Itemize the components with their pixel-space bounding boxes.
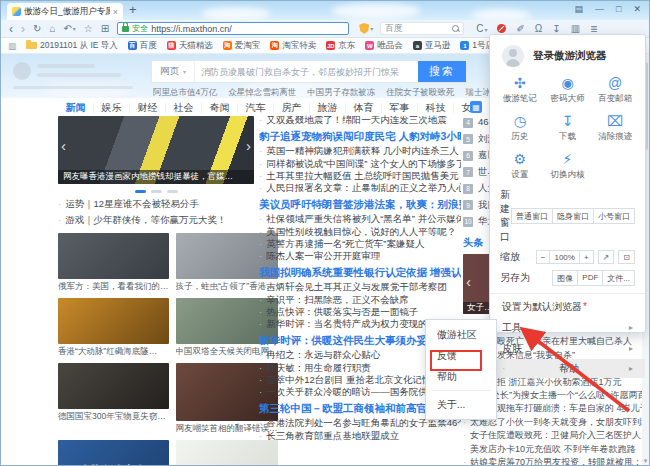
headline-link[interactable]: 社保领域严重失信将被列入“黑名单” 并公示媒体 xyxy=(259,213,461,225)
menu-feature-item[interactable]: ◉ 密码大师 xyxy=(544,75,592,105)
hot-search-word[interactable]: 众星悼念雪莉离世 xyxy=(228,87,296,99)
new-window-option-button[interactable]: 小号窗口 xyxy=(593,208,635,224)
news-thumbnail[interactable]: 俄军方：美国，看看我们的… xyxy=(58,233,169,298)
thumbnail-image[interactable] xyxy=(58,233,169,279)
category-tab[interactable]: 房产 xyxy=(274,103,310,113)
menu-feature-item[interactable]: ⌧ 清除痕迹 xyxy=(591,113,639,143)
carousel-dot[interactable] xyxy=(135,190,146,193)
quick-search-engine[interactable]: 百度 xyxy=(385,23,402,35)
set-default-browser-item[interactable]: 设置为默认浏览器* xyxy=(490,296,645,317)
new-window-option-button[interactable]: 隐身窗口 xyxy=(552,208,594,224)
search-engine-dropdown[interactable]: 网页 ▾ xyxy=(152,61,195,82)
avatar[interactable] xyxy=(502,45,524,67)
bookmark-item[interactable]: W 唯品会 xyxy=(365,40,403,52)
snap-page-icon[interactable]: ⊞ xyxy=(101,24,109,34)
save-as-option-button[interactable]: PDF xyxy=(577,270,603,286)
thumbnail-caption[interactable]: 德国国宝300年宝物竟失窃… xyxy=(58,411,169,423)
bookmark-item[interactable]: JD 京东 xyxy=(326,40,355,52)
news-thumbnail[interactable]: 务院台 务办公 xyxy=(58,440,169,465)
menu-feature-item[interactable]: ✣ 傲游笔记 xyxy=(496,75,544,105)
favorite-star-icon[interactable]: ☆ xyxy=(84,24,93,34)
quick-link[interactable]: 运势｜12星座谁不会被轻易分手 xyxy=(58,198,254,211)
headline-link[interactable]: 美议员呼吁特朗普签涉港法案，耿爽：别浪费美… xyxy=(259,198,461,210)
category-tab[interactable]: 体育 xyxy=(346,103,382,113)
screenshot-icon[interactable]: ✐ xyxy=(516,23,524,34)
download-icon[interactable]: ↧ xyxy=(552,23,560,34)
category-tab[interactable]: 科技 xyxy=(418,103,454,113)
headline-link[interactable]: 我国拟明确系统重要性银行认定依据 增强认定透… xyxy=(259,266,461,278)
news-thumbnail[interactable]: 德国国宝300年宝物竟失窃… xyxy=(58,363,169,440)
page-search-button[interactable]: 搜索 xyxy=(418,61,466,82)
more-categories-button[interactable]: ▦ xyxy=(470,101,482,113)
headline-link[interactable]: 英警方再逮捕一名“死亡货车”案嫌疑人 xyxy=(259,238,461,250)
menu-feature-item[interactable]: ◷ 历史 xyxy=(496,113,544,143)
category-tab[interactable]: 奇闻 xyxy=(202,103,238,113)
hot-search-word[interactable]: 住院女子被殴致死 xyxy=(386,87,454,99)
split-screen-icon[interactable]: ▥ xyxy=(571,23,580,34)
thumbnail-image[interactable]: 务院台 务办公 xyxy=(58,440,169,465)
carousel-caption[interactable]: 网友曝香港漫画家内地捞钱却挺暴徒，官媒… xyxy=(58,170,254,184)
undo-icon[interactable]: ↶ xyxy=(63,24,71,34)
headline-link[interactable]: 陈杰人案一审公开开庭审理 xyxy=(259,250,461,262)
undo-caret-icon[interactable]: ▾ xyxy=(73,25,76,32)
menu-feature-item[interactable]: ⚙ 设置 xyxy=(496,151,544,181)
headline-link[interactable]: 土耳其里拉大幅贬值 土总统呼吁国民抛售美元 xyxy=(259,170,461,182)
new-tab-button[interactable]: + xyxy=(129,2,137,17)
headline-link[interactable]: 又双叒叕地震了！绵阳一天内连发三次地震 xyxy=(259,114,461,126)
address-bar[interactable]: 安全 https://i.maxthon.cn/ xyxy=(117,22,349,35)
category-tab[interactable]: 娱乐 xyxy=(94,103,130,113)
headline-link[interactable]: 英国一精神病嫌犯刑满获释 几小时内连杀三人 xyxy=(259,145,461,157)
bookmark-item[interactable]: a 亚马逊 xyxy=(413,40,451,52)
forward-icon[interactable]: › xyxy=(21,23,25,35)
maximize-button[interactable]: □ xyxy=(616,4,621,14)
quick-search-box[interactable]: 百度 xyxy=(380,22,464,35)
news-thumbnail[interactable] xyxy=(176,440,278,465)
page-search-input[interactable] xyxy=(195,61,418,82)
shield-caret-icon[interactable]: ▾ xyxy=(370,25,373,32)
right-news-link[interactable]: 美发店办卡10元充值吹 不到半年卷款跑路 xyxy=(463,443,645,456)
split-view-icon[interactable]: ⊡ xyxy=(618,250,635,264)
headline-link[interactable]: 人民日报署名文章：止暴制乱的正义之举乃人心所向 xyxy=(259,182,461,194)
headline-link[interactable]: 美国性别歧视触目惊心，说好的人人平等呢？ xyxy=(259,226,461,238)
tab-close-icon[interactable]: × xyxy=(113,7,118,17)
new-window-option-button[interactable]: 普通窗口 xyxy=(511,208,553,224)
fullscreen-icon[interactable]: ↗ xyxy=(598,250,615,264)
carousel-dot[interactable] xyxy=(167,190,178,193)
help-menu-item[interactable]: 帮助▸ xyxy=(490,359,645,378)
carousel-prev-icon[interactable]: ‹ xyxy=(61,138,66,153)
category-tab[interactable]: 社会 xyxy=(166,103,202,113)
skin-icon[interactable]: ▤ xyxy=(575,4,584,14)
login-label[interactable]: 登录傲游浏览器 xyxy=(533,49,607,63)
community-menu-item[interactable]: 傲游社区 xyxy=(426,324,496,345)
scrollbar-down-icon[interactable]: ▼ xyxy=(642,458,649,464)
right-news-link[interactable]: 姑娘卖房筹70万给男友投资，转眼就被甩：快报警 xyxy=(463,456,645,465)
bookmark-item[interactable]: 淘 爱淘宝 xyxy=(223,40,261,52)
category-tab[interactable]: 财经 xyxy=(130,103,166,113)
thumbnail-image[interactable] xyxy=(58,298,169,344)
refresh-icon[interactable]: ↻ xyxy=(33,24,41,34)
news-thumbnail[interactable]: 香港“大动脉”红磡海底隧… xyxy=(58,298,169,363)
about-menu-item[interactable]: 关于... xyxy=(426,394,496,415)
adblock-icon[interactable] xyxy=(497,24,506,33)
zoom-in-button[interactable]: + xyxy=(579,250,594,264)
thumbnail-image[interactable] xyxy=(58,363,169,409)
bookmark-item[interactable]: 百 百度 xyxy=(128,40,157,52)
menu-feature-item[interactable]: ↧ 下载 xyxy=(544,113,592,143)
sniffer-icon[interactable]: Ω xyxy=(535,23,542,34)
minimize-button[interactable]: — xyxy=(595,4,604,14)
menu-feature-item[interactable]: ⚡ 切换内核 xyxy=(544,151,592,181)
headline-link[interactable]: 同样都被说成“中国间谍” 这个女人的下场惨多了 xyxy=(259,158,461,170)
headline-link[interactable]: 豹子追逐宠物狗误闯印度民宅 人豹对峙3小时 xyxy=(259,130,461,142)
carousel-dot[interactable] xyxy=(151,190,162,193)
right-news-link[interactable]: 女子住院遭殴致死：卫健局介入三名医护人员被拘 xyxy=(463,429,645,442)
headline-link[interactable]: 长三角教育部重点基地联盟成立 xyxy=(259,430,461,442)
news-carousel[interactable]: ‹ › 网友曝香港漫画家内地捞钱却挺暴徒，官媒… xyxy=(58,116,254,184)
search-icon[interactable] xyxy=(452,25,459,32)
browser-tab[interactable]: 傲游今日_傲游用户专属… × xyxy=(7,3,123,20)
url-text[interactable]: https://i.maxthon.cn/ xyxy=(151,24,232,34)
save-as-option-button[interactable]: 文件... xyxy=(602,270,635,286)
shield-icon[interactable] xyxy=(359,23,369,34)
carousel-prev-icon[interactable]: ‹ xyxy=(466,274,471,289)
category-tab[interactable]: 新闻 xyxy=(58,103,94,113)
save-as-option-button[interactable]: 图像 xyxy=(552,270,578,286)
